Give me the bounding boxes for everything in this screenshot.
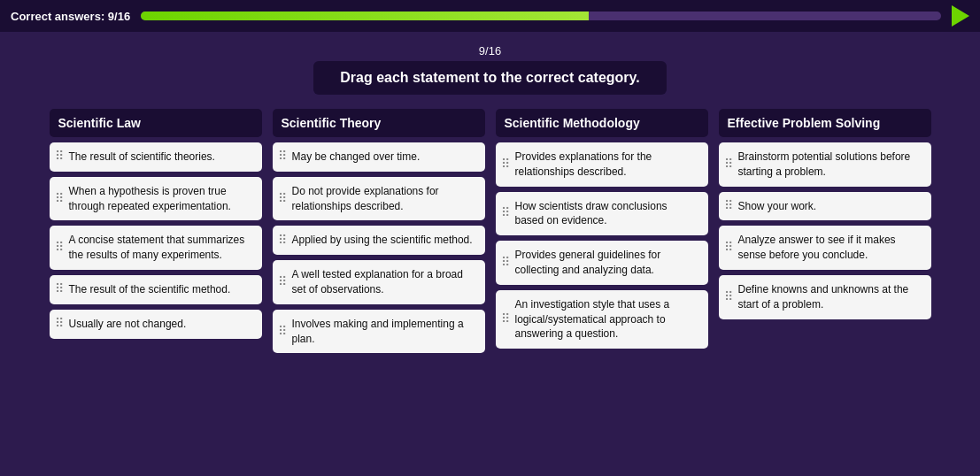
column-header-scientific-methodology: Scientific Methodology bbox=[496, 109, 708, 137]
question-header: 9/16 Drag each statement to the correct … bbox=[0, 44, 980, 95]
card-scientific-law-1[interactable]: When a hypothesis is proven true through… bbox=[50, 177, 262, 221]
column-effective-problem-solving: Effective Problem SolvingBrainstorm pote… bbox=[719, 109, 931, 353]
column-header-effective-problem-solving: Effective Problem Solving bbox=[719, 109, 931, 137]
columns-container: Scientific LawThe result of scientific t… bbox=[0, 109, 980, 353]
column-scientific-law: Scientific LawThe result of scientific t… bbox=[50, 109, 262, 353]
column-scientific-methodology: Scientific MethodologyProvides explanati… bbox=[496, 109, 708, 353]
card-effective-problem-solving-2[interactable]: Analyze answer to see if it makes sense … bbox=[719, 226, 931, 270]
card-scientific-law-2[interactable]: A concise statement that summarizes the … bbox=[50, 226, 262, 270]
card-scientific-theory-3[interactable]: A well tested explanation for a broad se… bbox=[273, 260, 485, 304]
card-scientific-theory-4[interactable]: Involves making and implementing a plan. bbox=[273, 310, 485, 354]
card-scientific-methodology-1[interactable]: How scientists draw conclusions based on… bbox=[496, 192, 708, 236]
card-scientific-methodology-0[interactable]: Provides explanations for the relationsh… bbox=[496, 142, 708, 187]
card-scientific-methodology-2[interactable]: Provides general guidelines for collecti… bbox=[496, 241, 708, 285]
progress-bar-fill bbox=[141, 12, 589, 20]
card-scientific-law-0[interactable]: The result of scientific theories. bbox=[50, 142, 262, 172]
question-instruction: Drag each statement to the correct categ… bbox=[313, 61, 666, 95]
top-bar: Correct answers: 9/16 bbox=[0, 0, 980, 32]
next-arrow-button[interactable] bbox=[952, 5, 969, 27]
card-scientific-law-4[interactable]: Usually are not changed. bbox=[50, 310, 262, 339]
card-effective-problem-solving-1[interactable]: Show your work. bbox=[719, 192, 931, 221]
card-scientific-theory-0[interactable]: May be changed over time. bbox=[273, 142, 485, 172]
card-scientific-theory-2[interactable]: Applied by using the scientific method. bbox=[273, 226, 485, 255]
correct-answers-label: Correct answers: 9/16 bbox=[11, 10, 130, 23]
column-header-scientific-law: Scientific Law bbox=[50, 109, 262, 137]
progress-bar-container bbox=[141, 12, 941, 20]
card-scientific-theory-1[interactable]: Do not provide explanations for relation… bbox=[273, 177, 485, 221]
column-scientific-theory: Scientific TheoryMay be changed over tim… bbox=[273, 109, 485, 353]
card-effective-problem-solving-0[interactable]: Brainstorm potential solutions before st… bbox=[719, 142, 931, 187]
card-scientific-law-3[interactable]: The result of the scientific method. bbox=[50, 275, 262, 304]
column-header-scientific-theory: Scientific Theory bbox=[273, 109, 485, 137]
card-effective-problem-solving-3[interactable]: Define knowns and unknowns at the start … bbox=[719, 275, 931, 319]
card-scientific-methodology-3[interactable]: An investigation style that uses a logic… bbox=[496, 290, 708, 349]
question-number: 9/16 bbox=[0, 44, 980, 58]
